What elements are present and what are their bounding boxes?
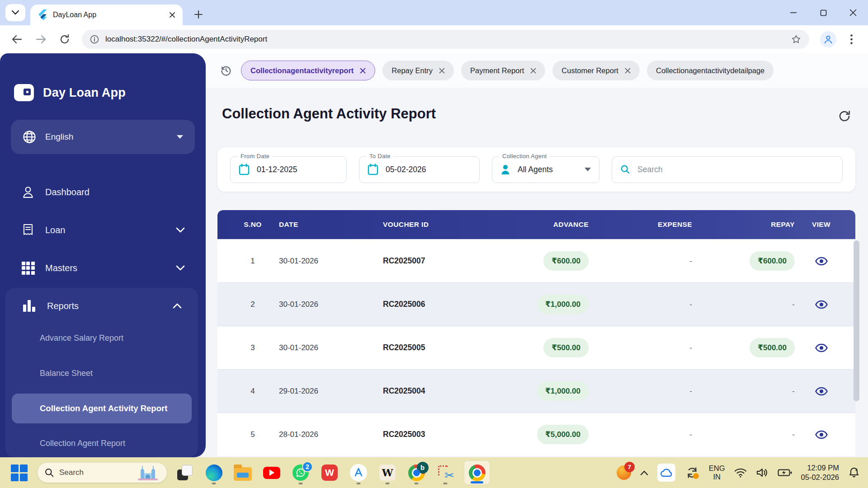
search-input[interactable] [637, 165, 834, 174]
window-close-button[interactable] [838, 0, 868, 25]
page-chip-collectionagentactivitydetailpage[interactable]: Collectionagentactivitydetailpage [647, 61, 774, 80]
new-tab-button[interactable] [191, 7, 206, 22]
masters-grid-icon [21, 262, 35, 275]
chip-close-icon[interactable] [530, 68, 536, 74]
tab-close-icon[interactable] [169, 12, 175, 18]
advance-amount-badge: ₹1,000.00 [537, 381, 589, 401]
reload-button[interactable] [58, 33, 71, 46]
task-view-button[interactable] [175, 460, 195, 485]
youtube-icon [263, 467, 280, 479]
cell-date: 30-01-2026 [279, 300, 383, 309]
chevron-down-icon [585, 168, 591, 171]
view-button[interactable] [813, 428, 830, 441]
wps-office-button[interactable]: W [319, 460, 340, 485]
wifi-icon[interactable] [734, 468, 747, 478]
chip-close-icon[interactable] [439, 68, 445, 74]
browser-tab-strip: DayLoan App [0, 0, 868, 25]
sidebar-item-advance-salary-report[interactable]: Advance Salary Report [12, 326, 192, 350]
view-button[interactable] [813, 254, 830, 268]
language-code: ENG [709, 464, 725, 473]
globe-icon [23, 130, 36, 144]
to-date-field[interactable]: To Date 05-02-2026 [359, 156, 480, 183]
browser-profile-avatar[interactable] [820, 31, 836, 47]
youtube-app-button[interactable] [261, 460, 282, 485]
notification-bell-icon[interactable]: z [848, 467, 860, 479]
sidebar-item-balance-sheet[interactable]: Balance Sheet [12, 361, 192, 385]
sidebar-item-label: Reports [47, 301, 173, 311]
bookmark-star-icon[interactable] [791, 34, 801, 44]
url-text[interactable]: localhost:35322/#/collectionAgentActivit… [105, 35, 791, 44]
language-value: English [45, 132, 177, 142]
forward-button[interactable] [34, 33, 48, 46]
sidebar-item-collection-agent-report[interactable]: Collection Agent Report [12, 432, 192, 455]
whatsapp-app-button[interactable]: 2 [290, 460, 311, 485]
window-maximize-button[interactable] [808, 0, 838, 25]
site-info-icon[interactable] [90, 35, 99, 44]
profile-person-icon [823, 34, 833, 44]
table-scrollbar[interactable] [854, 240, 859, 401]
page-chip-collectionagentactivityreport[interactable]: Collectionagentactivityreport [241, 61, 375, 80]
snipping-tool-button[interactable]: ✂ [435, 460, 456, 485]
sync-status-button[interactable] [684, 465, 700, 480]
refresh-icon [838, 109, 851, 123]
taskbar-search-input[interactable] [59, 468, 118, 477]
app-store-button[interactable] [348, 460, 369, 485]
tab-search-button[interactable] [5, 4, 25, 21]
language-selector[interactable]: English [11, 120, 195, 154]
volume-icon[interactable] [756, 467, 769, 478]
page-chip-repay-entry[interactable]: Repay Entry [382, 61, 454, 80]
edge-icon [206, 465, 222, 481]
page-chip-payment-report[interactable]: Payment Report [461, 61, 545, 80]
tray-app-notification-icon[interactable]: 7 [617, 465, 631, 480]
address-bar[interactable]: localhost:35322/#/collectionAgentActivit… [82, 30, 809, 49]
refresh-button[interactable] [837, 108, 852, 124]
file-explorer-button[interactable] [232, 460, 253, 485]
tray-overflow-button[interactable] [640, 470, 648, 475]
chevron-up-icon [640, 470, 648, 475]
svg-text:z: z [855, 467, 858, 472]
cell-repay: - [715, 387, 801, 396]
view-button[interactable] [813, 341, 830, 355]
search-field[interactable] [612, 156, 843, 183]
back-button[interactable] [10, 33, 24, 46]
browser-menu-button[interactable] [844, 33, 858, 46]
page-chip-customer-report[interactable]: Customer Report [552, 61, 640, 80]
edge-app-button[interactable] [203, 460, 224, 485]
window-minimize-button[interactable] [778, 0, 808, 25]
main-content: Collectionagentactivityreport Repay Entr… [206, 53, 868, 457]
sidebar-item-loan[interactable]: Loan [0, 216, 206, 244]
sidebar-item-dashboard[interactable]: Dashboard [0, 178, 206, 206]
battery-icon[interactable] [778, 469, 792, 477]
reports-section: Reports Advance Salary Report Balance Sh… [5, 288, 198, 457]
sidebar-item-masters[interactable]: Masters [0, 254, 206, 282]
chip-close-icon[interactable] [625, 68, 631, 74]
from-date-field[interactable]: From Date 01-12-2025 [230, 156, 347, 183]
sidebar-item-collection-agent-activity-report[interactable]: Collection Agent Activity Report [12, 394, 192, 423]
language-indicator[interactable]: ENG IN [709, 464, 725, 481]
calendar-icon [368, 164, 378, 175]
sub-item-label: Collection Agent Report [40, 439, 125, 448]
onedrive-button[interactable] [657, 464, 675, 482]
view-button[interactable] [813, 298, 830, 311]
cell-repay: - [715, 300, 801, 309]
column-header-sno: S.NO [217, 221, 279, 229]
three-dots-icon [850, 34, 853, 44]
taskbar-search-box[interactable] [37, 462, 167, 483]
language-region: IN [709, 473, 725, 481]
collection-agent-select[interactable]: Collection Agent All Agents [492, 156, 599, 183]
clock[interactable]: 12:09 PM 05-02-2026 [801, 463, 839, 482]
view-button[interactable] [813, 385, 830, 398]
chip-close-icon[interactable] [360, 68, 366, 74]
browser-tab[interactable]: DayLoan App [30, 5, 183, 25]
repay-amount-badge: ₹600.00 [750, 251, 795, 271]
chevron-down-icon [177, 135, 183, 139]
chrome-active-app-button[interactable] [464, 460, 490, 485]
sidebar-item-reports[interactable]: Reports [5, 293, 198, 319]
chrome-profile-b-button[interactable]: b [406, 460, 427, 485]
start-button[interactable] [10, 460, 31, 485]
column-header-expense: EXPENSE [611, 221, 715, 229]
w-app-button[interactable]: W [377, 460, 398, 485]
cell-sno: 4 [217, 387, 279, 396]
history-button[interactable] [218, 64, 234, 77]
cell-expense: - [611, 300, 715, 309]
